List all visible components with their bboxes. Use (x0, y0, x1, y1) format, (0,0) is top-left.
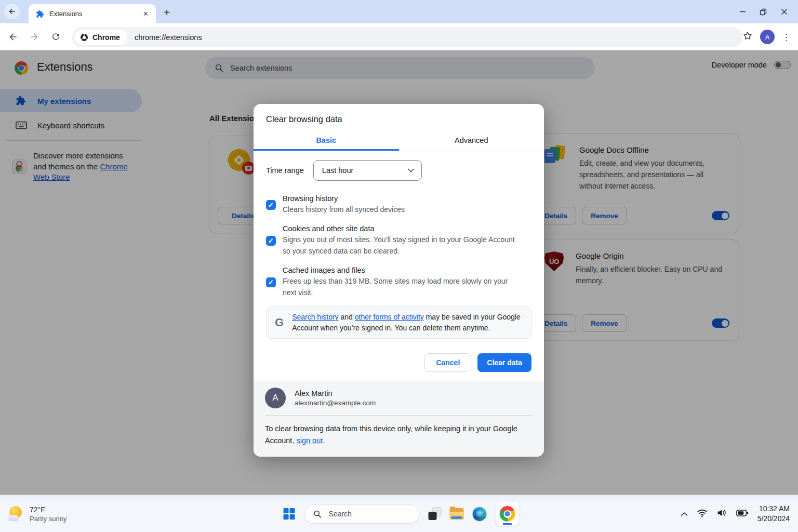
browser-toolbar: Chrome chrome://extensions (0, 23, 798, 50)
account-avatar: A (265, 388, 286, 408)
account-email: alexmartin@example.com (295, 399, 376, 407)
account-row: A Alex Martin alexmartin@example.com (265, 388, 533, 408)
checkbox-row-cached: ✓ Cached images and files Frees up less … (266, 266, 531, 298)
site-chip-label: Chrome (92, 33, 120, 42)
extensions-favicon (36, 10, 44, 18)
dialog-account-footer: A Alex Martin alexmartin@example.com To … (254, 381, 544, 457)
google-account-notice: G Search history and other forms of acti… (266, 307, 531, 339)
checkbox-description: Signs you out of most sites. You’ll stay… (283, 234, 522, 257)
chevron-down-icon (408, 168, 414, 172)
chrome-icon (500, 506, 515, 522)
time-range-select[interactable]: Last hour (313, 160, 422, 181)
cached-images-checkbox[interactable]: ✓ (266, 277, 276, 287)
weather-condition: Partly sunny (30, 515, 67, 523)
url-text: chrome://extensions (135, 33, 202, 42)
partly-sunny-icon (8, 506, 24, 522)
weather-widget[interactable]: 72°F Partly sunny (8, 495, 67, 532)
browsing-history-checkbox[interactable]: ✓ (266, 200, 276, 210)
edge-button[interactable] (473, 507, 487, 521)
tab-title: Extensions (49, 10, 141, 18)
start-button[interactable] (284, 508, 296, 520)
tab-close-icon[interactable]: ✕ (141, 9, 151, 19)
back-button[interactable] (4, 28, 22, 46)
battery-icon[interactable] (736, 509, 749, 519)
clear-browsing-data-dialog: Clear browsing data Basic Advanced Time … (254, 104, 544, 457)
forward-button[interactable] (25, 28, 43, 46)
window-controls (739, 0, 795, 23)
browser-tab[interactable]: Extensions ✕ (29, 4, 156, 23)
clock-time: 10:32 AM (757, 504, 790, 514)
cookies-checkbox[interactable]: ✓ (266, 236, 276, 246)
tray-chevron-up-icon[interactable] (681, 509, 688, 518)
time-range-label: Time range (266, 166, 304, 175)
checkbox-row-browsing-history: ✓ Browsing history Clears history from a… (266, 194, 531, 215)
checkbox-label: Browsing history (283, 194, 405, 203)
checkbox-description: Clears history from all synced devices (283, 204, 405, 215)
time-range-value: Last hour (322, 166, 353, 175)
footer-divider (265, 415, 533, 416)
dialog-tabs: Basic Advanced (254, 131, 544, 151)
chrome-button[interactable] (496, 502, 520, 526)
dialog-title: Clear browsing data (254, 104, 544, 124)
cancel-button[interactable]: Cancel (424, 353, 471, 372)
account-name: Alex Martin (295, 389, 376, 397)
clear-data-button[interactable]: Clear data (477, 353, 531, 372)
toolbar-right: A ⋮ (742, 23, 793, 50)
new-tab-button[interactable]: + (160, 6, 174, 19)
site-chip[interactable]: Chrome (75, 30, 127, 45)
weather-temperature: 72°F (30, 506, 67, 514)
checkbox-description: Frees up less than 319 MB. Some sites ma… (283, 275, 522, 298)
taskbar-search[interactable]: Search (304, 504, 420, 524)
close-button[interactable] (780, 8, 788, 16)
notice-mid: and (339, 313, 355, 321)
tab-advanced[interactable]: Advanced (399, 131, 544, 151)
search-icon (313, 510, 322, 518)
other-activity-link[interactable]: other forms of activity (355, 313, 424, 321)
bookmark-star-icon[interactable] (742, 31, 753, 43)
google-g-icon: G (275, 316, 284, 329)
checkbox-label: Cached images and files (283, 266, 522, 274)
profile-avatar[interactable]: A (760, 30, 775, 44)
reload-button[interactable] (47, 28, 64, 46)
wifi-icon[interactable] (697, 509, 708, 520)
signout-text: To clear browsing data from this device … (265, 423, 533, 447)
system-tray: 10:32 AM 5/20/2024 (681, 495, 798, 532)
window-back-button[interactable] (4, 4, 20, 19)
browser-menu-icon[interactable]: ⋮ (782, 32, 791, 43)
chrome-glyph-icon (80, 33, 88, 42)
minimize-button[interactable] (739, 8, 746, 16)
browser-titlebar: Extensions ✕ + (0, 0, 798, 23)
screen: Extensions Search extensions Developer m… (0, 0, 798, 532)
checkbox-row-cookies: ✓ Cookies and other site data Signs you … (266, 224, 531, 257)
taskbar: 72°F Partly sunny Search 10:3 (0, 495, 798, 532)
search-history-link[interactable]: Search history (292, 313, 338, 321)
sign-out-link[interactable]: sign out (296, 436, 323, 445)
tab-basic[interactable]: Basic (254, 131, 399, 151)
signout-suffix: . (323, 436, 325, 445)
taskbar-clock[interactable]: 10:32 AM 5/20/2024 (757, 504, 790, 524)
maximize-button[interactable] (760, 8, 767, 16)
taskbar-search-placeholder: Search (329, 510, 352, 518)
checkbox-label: Cookies and other site data (283, 224, 522, 233)
file-explorer-button[interactable] (450, 508, 464, 520)
taskbar-center: Search (284, 495, 520, 532)
clock-date: 5/20/2024 (757, 514, 790, 524)
task-view-button[interactable] (429, 508, 441, 520)
volume-icon[interactable] (716, 508, 727, 520)
address-bar[interactable]: Chrome chrome://extensions (72, 27, 743, 47)
active-app-indicator (503, 523, 512, 525)
arrow-back-icon (8, 7, 16, 16)
